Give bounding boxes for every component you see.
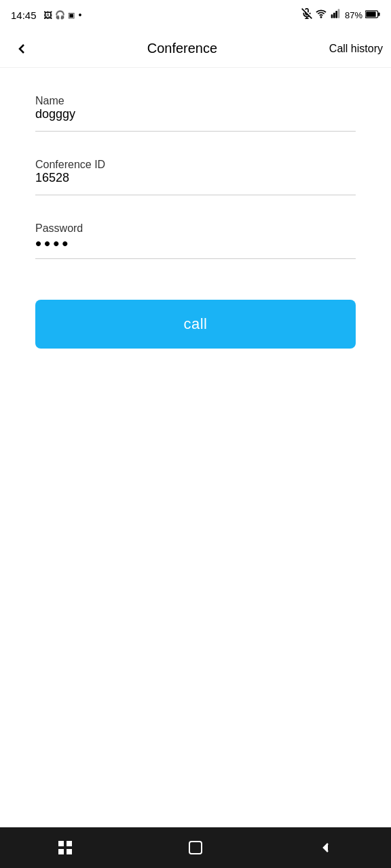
- svg-rect-9: [378, 12, 380, 16]
- nav-back-button[interactable]: [305, 834, 346, 861]
- conference-id-label: Conference ID: [35, 159, 105, 170]
- svg-rect-13: [67, 842, 71, 846]
- svg-rect-12: [59, 850, 63, 854]
- app-icon: ▣: [68, 11, 75, 20]
- headset-icon: 🎧: [55, 10, 65, 20]
- status-right: 87%: [301, 8, 380, 22]
- status-time: 14:45: [11, 9, 37, 21]
- svg-rect-4: [331, 14, 333, 18]
- gallery-icon: 🖼: [43, 10, 52, 20]
- svg-rect-7: [338, 9, 340, 18]
- main-content: Name dogggy Conference ID 16528 Password…: [0, 68, 391, 827]
- svg-point-3: [320, 17, 321, 18]
- conference-id-field-group: Conference ID 16528: [35, 159, 356, 195]
- svg-rect-10: [366, 12, 375, 17]
- name-label: Name: [35, 95, 64, 106]
- back-button[interactable]: [8, 35, 35, 62]
- mute-icon: [301, 8, 312, 22]
- recent-apps-button[interactable]: [45, 834, 86, 861]
- password-value[interactable]: ••••: [35, 235, 356, 259]
- status-bar: 14:45 🖼 🎧 ▣ •: [0, 0, 391, 30]
- battery-icon: [365, 9, 380, 21]
- battery-percent: 87%: [345, 10, 362, 20]
- password-field-group: Password ••••: [35, 222, 356, 259]
- toolbar: Conference Call history: [0, 30, 391, 68]
- home-button[interactable]: [175, 834, 216, 861]
- call-history-button[interactable]: Call history: [329, 43, 383, 55]
- call-button[interactable]: call: [35, 300, 356, 349]
- status-left: 14:45 🖼 🎧 ▣ •: [11, 9, 81, 21]
- signal-icon: [330, 8, 342, 22]
- svg-rect-11: [59, 842, 63, 846]
- wifi-icon: [315, 8, 327, 22]
- name-field-group: Name dogggy: [35, 95, 356, 132]
- nav-bar: [0, 827, 391, 868]
- svg-rect-5: [333, 13, 335, 18]
- call-button-wrapper: call: [35, 300, 356, 349]
- conference-id-value[interactable]: 16528: [35, 171, 356, 195]
- svg-rect-15: [189, 842, 202, 854]
- name-value[interactable]: dogggy: [35, 107, 356, 132]
- svg-rect-6: [335, 11, 337, 18]
- dot-icon: •: [79, 9, 82, 20]
- page-title: Conference: [35, 41, 329, 56]
- password-label: Password: [35, 222, 83, 234]
- svg-rect-14: [67, 850, 71, 854]
